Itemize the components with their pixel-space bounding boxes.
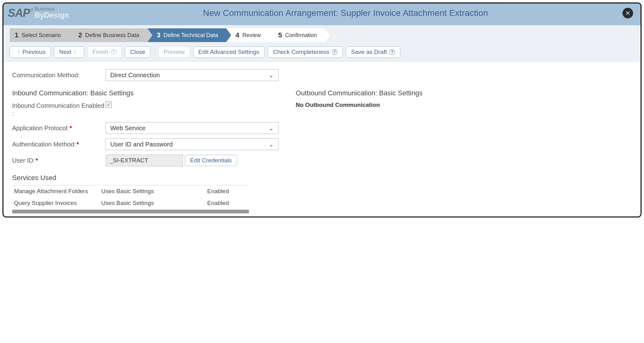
application-protocol-select[interactable]: Web Service ⌄ (106, 122, 279, 134)
services-used-heading: Services Used (12, 174, 283, 182)
outbound-message: No Outbound Communication (296, 102, 632, 108)
header: SAP ® Business ByDesign New Communicatio… (3, 3, 641, 25)
wizard-step-2[interactable]: 2 Define Business Data (69, 28, 147, 42)
edit-credentials-button[interactable]: Edit Credentials (185, 155, 237, 166)
chevron-down-icon: ⌄ (269, 141, 274, 148)
inbound-enabled-checkbox[interactable]: ✓ (106, 102, 112, 108)
separator (154, 48, 155, 56)
edit-advanced-settings-button[interactable]: Edit Advanced Settings (193, 46, 265, 58)
help-icon: ? (332, 49, 337, 55)
preview-button[interactable]: Preview (158, 46, 190, 58)
app-frame: SAP ® Business ByDesign New Communicatio… (2, 2, 642, 217)
toolbar-area: 1 Select Scenario 2 Define Business Data… (3, 25, 641, 62)
help-icon: ? (111, 49, 117, 55)
authentication-method-select[interactable]: User ID and Password ⌄ (106, 138, 279, 150)
wizard-steps: 1 Select Scenario 2 Define Business Data… (10, 25, 634, 42)
chevron-right-icon: 〉 (74, 49, 79, 55)
logo-registered: ® (31, 8, 33, 12)
wizard-step-3[interactable]: 3 Define Technical Data (147, 28, 226, 42)
services-table: Manage Attachment Folders Uses Basic Set… (12, 185, 249, 209)
user-id-label: User ID:* (12, 157, 106, 164)
page-title: New Communication Arrangement: Suppler I… (69, 8, 634, 18)
user-id-field: _SI-EXTRACT (106, 155, 183, 166)
communication-method-label: Communication Method: (12, 72, 106, 79)
check-completeness-button[interactable]: Check Completeness ? (268, 46, 343, 58)
chevron-down-icon: ⌄ (269, 71, 274, 79)
save-as-draft-button[interactable]: Save as Draft ? (346, 46, 400, 58)
application-protocol-label: Application Protocol:* (12, 125, 106, 132)
logo-sap-text: SAP (8, 7, 30, 20)
close-icon[interactable] (623, 8, 633, 18)
wizard-step-4[interactable]: 4 Review (226, 28, 269, 42)
next-button[interactable]: Next 〉 (54, 46, 84, 58)
previous-button[interactable]: 〈 Previous (10, 46, 51, 58)
close-button[interactable]: Close (125, 46, 151, 58)
authentication-method-label: Authentication Method:* (12, 141, 106, 148)
chevron-down-icon: ⌄ (269, 124, 274, 132)
communication-method-select[interactable]: Direct Connection ⌄ (106, 69, 279, 81)
help-icon: ? (389, 49, 395, 55)
finish-button[interactable]: Finish ? (87, 46, 122, 58)
table-row: Manage Attachment Folders Uses Basic Set… (12, 185, 249, 197)
action-buttons: 〈 Previous Next 〉 Finish ? Close Preview… (10, 46, 634, 58)
inbound-enabled-label: Inbound Communication Enabled: (12, 102, 106, 118)
horizontal-scrollbar[interactable] (12, 210, 249, 213)
table-row: Query Supplier Invoices Uses Basic Setti… (12, 197, 249, 209)
wizard-step-5[interactable]: 5 Confirmation (269, 28, 325, 42)
content-area: Communication Method: Direct Connection … (3, 62, 641, 217)
logo: SAP ® Business ByDesign (8, 7, 69, 20)
services-used-section: Services Used Manage Attachment Folders … (12, 174, 283, 213)
chevron-left-icon: 〈 (15, 49, 20, 55)
wizard-step-1[interactable]: 1 Select Scenario (10, 28, 69, 42)
inbound-heading: Inbound Communication: Basic Settings (12, 89, 283, 97)
outbound-heading: Outbound Communication: Basic Settings (296, 89, 632, 97)
logo-bydesign: ByDesign (35, 12, 69, 19)
